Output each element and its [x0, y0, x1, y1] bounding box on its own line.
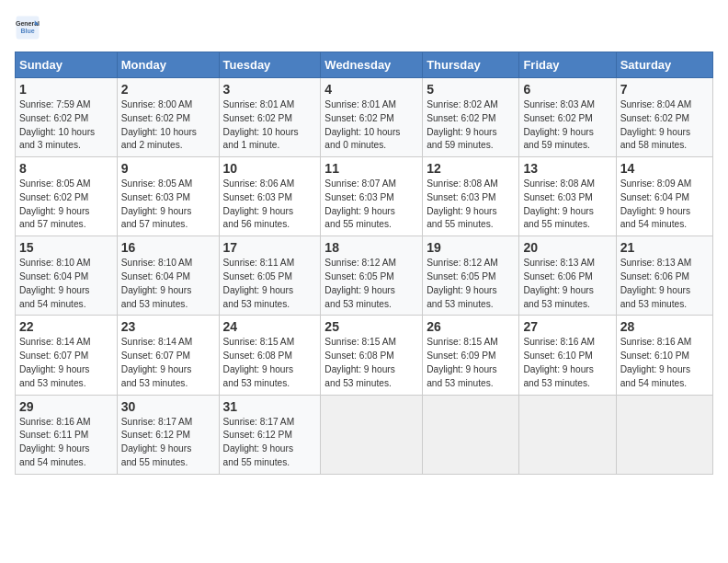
- day-info: Sunrise: 8:01 AMSunset: 6:02 PMDaylight:…: [223, 98, 317, 153]
- day-number: 23: [121, 319, 215, 334]
- calendar-cell: 2Sunrise: 8:00 AMSunset: 6:02 PMDaylight…: [117, 78, 219, 157]
- day-number: 9: [121, 161, 215, 176]
- calendar-cell: 5Sunrise: 8:02 AMSunset: 6:02 PMDaylight…: [423, 78, 519, 157]
- calendar-cell: 24Sunrise: 8:15 AMSunset: 6:08 PMDayligh…: [219, 316, 321, 395]
- calendar-cell: 26Sunrise: 8:15 AMSunset: 6:09 PMDayligh…: [423, 316, 519, 395]
- day-number: 6: [523, 82, 611, 97]
- day-info: Sunrise: 8:17 AMSunset: 6:12 PMDaylight:…: [223, 416, 317, 470]
- day-number: 2: [121, 82, 215, 97]
- calendar-cell: 15Sunrise: 8:10 AMSunset: 6:04 PMDayligh…: [16, 236, 118, 316]
- calendar-cell: [519, 395, 616, 474]
- day-number: 27: [523, 319, 611, 334]
- calendar-cell: 29Sunrise: 8:16 AMSunset: 6:11 PMDayligh…: [16, 395, 118, 474]
- day-info: Sunrise: 8:14 AMSunset: 6:07 PMDaylight:…: [19, 336, 113, 390]
- calendar-cell: 3Sunrise: 8:01 AMSunset: 6:02 PMDaylight…: [219, 78, 321, 157]
- day-number: 30: [121, 399, 215, 414]
- day-number: 31: [223, 399, 317, 414]
- day-number: 12: [427, 161, 515, 176]
- day-info: Sunrise: 8:08 AMSunset: 6:03 PMDaylight:…: [427, 178, 515, 232]
- page-header: General Blue: [15, 15, 713, 40]
- day-number: 8: [19, 161, 113, 176]
- day-info: Sunrise: 8:05 AMSunset: 6:03 PMDaylight:…: [121, 178, 215, 232]
- calendar-week-row: 29Sunrise: 8:16 AMSunset: 6:11 PMDayligh…: [16, 395, 713, 474]
- day-info: Sunrise: 8:16 AMSunset: 6:10 PMDaylight:…: [523, 336, 611, 390]
- day-number: 20: [523, 240, 611, 255]
- day-info: Sunrise: 8:13 AMSunset: 6:06 PMDaylight:…: [523, 257, 611, 311]
- calendar-cell: 28Sunrise: 8:16 AMSunset: 6:10 PMDayligh…: [616, 316, 712, 395]
- day-number: 3: [223, 82, 317, 97]
- day-info: Sunrise: 8:00 AMSunset: 6:02 PMDaylight:…: [121, 98, 215, 153]
- day-number: 13: [523, 161, 611, 176]
- calendar-cell: 31Sunrise: 8:17 AMSunset: 6:12 PMDayligh…: [219, 395, 321, 474]
- day-info: Sunrise: 8:15 AMSunset: 6:08 PMDaylight:…: [223, 336, 317, 390]
- calendar-cell: 21Sunrise: 8:13 AMSunset: 6:06 PMDayligh…: [616, 236, 712, 316]
- calendar-cell: 12Sunrise: 8:08 AMSunset: 6:03 PMDayligh…: [423, 157, 519, 236]
- calendar-cell: 17Sunrise: 8:11 AMSunset: 6:05 PMDayligh…: [219, 236, 321, 316]
- calendar-cell: 27Sunrise: 8:16 AMSunset: 6:10 PMDayligh…: [519, 316, 616, 395]
- calendar-cell: 4Sunrise: 8:01 AMSunset: 6:02 PMDaylight…: [321, 78, 423, 157]
- day-info: Sunrise: 8:03 AMSunset: 6:02 PMDaylight:…: [523, 98, 611, 153]
- day-info: Sunrise: 8:14 AMSunset: 6:07 PMDaylight:…: [121, 336, 215, 390]
- day-info: Sunrise: 8:06 AMSunset: 6:03 PMDaylight:…: [223, 178, 317, 232]
- day-number: 24: [223, 319, 317, 334]
- day-info: Sunrise: 8:09 AMSunset: 6:04 PMDaylight:…: [620, 178, 709, 232]
- calendar-cell: 7Sunrise: 8:04 AMSunset: 6:02 PMDaylight…: [616, 78, 712, 157]
- calendar-cell: 16Sunrise: 8:10 AMSunset: 6:04 PMDayligh…: [117, 236, 219, 316]
- calendar-cell: 9Sunrise: 8:05 AMSunset: 6:03 PMDaylight…: [117, 157, 219, 236]
- calendar-body: 1Sunrise: 7:59 AMSunset: 6:02 PMDaylight…: [16, 78, 713, 475]
- logo-icon: General Blue: [15, 15, 40, 40]
- day-info: Sunrise: 8:15 AMSunset: 6:09 PMDaylight:…: [427, 336, 515, 390]
- calendar-cell: 30Sunrise: 8:17 AMSunset: 6:12 PMDayligh…: [117, 395, 219, 474]
- calendar-cell: 18Sunrise: 8:12 AMSunset: 6:05 PMDayligh…: [321, 236, 423, 316]
- calendar-week-row: 1Sunrise: 7:59 AMSunset: 6:02 PMDaylight…: [16, 78, 713, 157]
- day-info: Sunrise: 8:11 AMSunset: 6:05 PMDaylight:…: [223, 257, 317, 311]
- day-info: Sunrise: 8:01 AMSunset: 6:02 PMDaylight:…: [324, 98, 418, 153]
- logo: General Blue: [15, 15, 46, 40]
- day-number: 25: [324, 319, 418, 334]
- calendar-cell: 23Sunrise: 8:14 AMSunset: 6:07 PMDayligh…: [117, 316, 219, 395]
- calendar-cell: 8Sunrise: 8:05 AMSunset: 6:02 PMDaylight…: [16, 157, 118, 236]
- weekday-header-tuesday: Tuesday: [219, 52, 321, 78]
- calendar-week-row: 22Sunrise: 8:14 AMSunset: 6:07 PMDayligh…: [16, 316, 713, 395]
- day-number: 29: [19, 399, 113, 414]
- weekday-header-thursday: Thursday: [423, 52, 519, 78]
- day-number: 10: [223, 161, 317, 176]
- calendar-cell: 6Sunrise: 8:03 AMSunset: 6:02 PMDaylight…: [519, 78, 616, 157]
- calendar-header-row: SundayMondayTuesdayWednesdayThursdayFrid…: [16, 52, 713, 78]
- day-number: 7: [620, 82, 709, 97]
- calendar-cell: [423, 395, 519, 474]
- day-number: 16: [121, 240, 215, 255]
- weekday-header-wednesday: Wednesday: [321, 52, 423, 78]
- calendar-cell: 11Sunrise: 8:07 AMSunset: 6:03 PMDayligh…: [321, 157, 423, 236]
- weekday-header-monday: Monday: [117, 52, 219, 78]
- calendar-cell: 13Sunrise: 8:08 AMSunset: 6:03 PMDayligh…: [519, 157, 616, 236]
- calendar-cell: 14Sunrise: 8:09 AMSunset: 6:04 PMDayligh…: [616, 157, 712, 236]
- day-number: 22: [19, 319, 113, 334]
- day-number: 19: [427, 240, 515, 255]
- day-info: Sunrise: 8:08 AMSunset: 6:03 PMDaylight:…: [523, 178, 611, 232]
- day-info: Sunrise: 8:05 AMSunset: 6:02 PMDaylight:…: [19, 178, 113, 232]
- weekday-header-saturday: Saturday: [616, 52, 712, 78]
- calendar-cell: 25Sunrise: 8:15 AMSunset: 6:08 PMDayligh…: [321, 316, 423, 395]
- day-info: Sunrise: 8:13 AMSunset: 6:06 PMDaylight:…: [620, 257, 709, 311]
- day-info: Sunrise: 8:12 AMSunset: 6:05 PMDaylight:…: [324, 257, 418, 311]
- calendar-cell: 1Sunrise: 7:59 AMSunset: 6:02 PMDaylight…: [16, 78, 118, 157]
- day-number: 1: [19, 82, 113, 97]
- calendar-table: SundayMondayTuesdayWednesdayThursdayFrid…: [15, 52, 713, 475]
- day-info: Sunrise: 8:04 AMSunset: 6:02 PMDaylight:…: [620, 98, 709, 153]
- day-number: 14: [620, 161, 709, 176]
- day-number: 15: [19, 240, 113, 255]
- day-info: Sunrise: 8:15 AMSunset: 6:08 PMDaylight:…: [324, 336, 418, 390]
- calendar-cell: 22Sunrise: 8:14 AMSunset: 6:07 PMDayligh…: [16, 316, 118, 395]
- day-info: Sunrise: 8:16 AMSunset: 6:10 PMDaylight:…: [620, 336, 709, 390]
- day-info: Sunrise: 8:17 AMSunset: 6:12 PMDaylight:…: [121, 416, 215, 470]
- day-number: 5: [427, 82, 515, 97]
- day-info: Sunrise: 8:12 AMSunset: 6:05 PMDaylight:…: [427, 257, 515, 311]
- weekday-header-sunday: Sunday: [16, 52, 118, 78]
- day-number: 21: [620, 240, 709, 255]
- day-number: 28: [620, 319, 709, 334]
- day-number: 17: [223, 240, 317, 255]
- day-info: Sunrise: 8:10 AMSunset: 6:04 PMDaylight:…: [19, 257, 113, 311]
- calendar-cell: 19Sunrise: 8:12 AMSunset: 6:05 PMDayligh…: [423, 236, 519, 316]
- day-info: Sunrise: 8:10 AMSunset: 6:04 PMDaylight:…: [121, 257, 215, 311]
